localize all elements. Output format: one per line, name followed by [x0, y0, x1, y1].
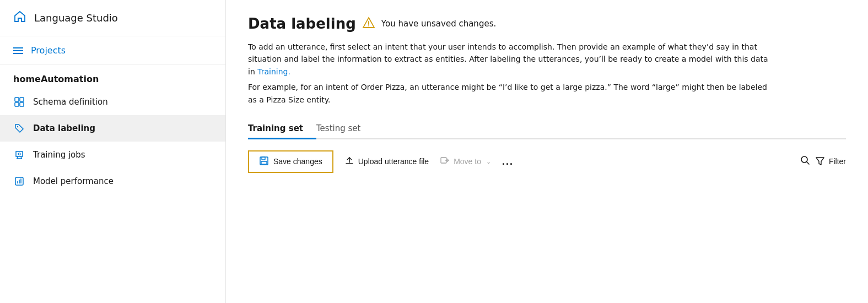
svg-rect-18: [261, 161, 267, 164]
save-changes-label: Save changes: [273, 157, 322, 166]
filter-label: Filter: [829, 157, 846, 166]
sidebar: Language Studio Projects homeAutomation …: [0, 0, 226, 303]
training-icon: [13, 149, 25, 160]
sidebar-item-training-jobs[interactable]: Training jobs: [0, 142, 225, 168]
home-icon: [13, 10, 26, 26]
svg-point-9: [18, 153, 20, 155]
move-to-button[interactable]: Move to ⌄: [440, 153, 491, 170]
save-icon: [259, 156, 269, 167]
sidebar-logo[interactable]: Language Studio: [0, 0, 225, 36]
sidebar-item-label: Training jobs: [33, 150, 85, 160]
page-title: Data labeling: [248, 15, 356, 32]
sidebar-item-label: Model performance: [33, 176, 114, 186]
chevron-down-icon: ⌄: [486, 158, 491, 165]
filter-icon: [815, 156, 825, 167]
toolbar: Save changes Upload utterance file: [248, 150, 846, 173]
label-icon: [13, 123, 25, 134]
svg-rect-2: [15, 102, 19, 106]
sidebar-nav: Schema definition Data labeling: [0, 89, 225, 194]
tab-training-set[interactable]: Training set: [248, 119, 316, 139]
sidebar-item-schema-definition[interactable]: Schema definition: [0, 89, 225, 115]
schema-icon: [13, 96, 25, 107]
page-header: Data labeling You have unsaved changes.: [248, 15, 846, 32]
move-to-label: Move to: [454, 157, 481, 166]
save-changes-button[interactable]: Save changes: [248, 150, 333, 173]
project-name: homeAutomation: [0, 65, 225, 89]
sidebar-item-label: Data labeling: [33, 123, 95, 133]
upload-icon: [344, 155, 354, 167]
sidebar-projects-item[interactable]: Projects: [0, 36, 225, 65]
more-button[interactable]: ...: [502, 154, 514, 170]
description-paragraph-2: For example, for an intent of Order Pizz…: [248, 81, 772, 106]
svg-point-15: [368, 25, 369, 26]
upload-label: Upload utterance file: [358, 157, 429, 166]
tabs-container: Training set Testing set: [248, 119, 846, 139]
svg-line-26: [806, 161, 809, 164]
training-link[interactable]: Training.: [257, 67, 290, 76]
sidebar-item-model-performance[interactable]: Model performance: [0, 168, 225, 194]
svg-rect-0: [15, 98, 19, 101]
unsaved-message: You have unsaved changes.: [381, 19, 496, 29]
search-button[interactable]: [800, 155, 811, 169]
warning-icon: [363, 17, 375, 31]
description-paragraph-1: To add an utterance, first select an int…: [248, 41, 772, 78]
sidebar-item-data-labeling[interactable]: Data labeling: [0, 115, 225, 142]
sidebar-item-label: Schema definition: [33, 97, 108, 107]
svg-marker-5: [16, 152, 23, 156]
main-content: Data labeling You have unsaved changes. …: [226, 0, 868, 303]
model-icon: [13, 176, 25, 187]
sidebar-logo-label: Language Studio: [34, 12, 118, 24]
svg-marker-27: [816, 158, 824, 165]
svg-rect-3: [20, 102, 24, 106]
upload-utterance-button[interactable]: Upload utterance file: [344, 153, 429, 170]
svg-point-4: [17, 126, 18, 127]
toolbar-search: Filter: [800, 154, 846, 170]
more-label: ...: [502, 156, 514, 167]
hamburger-icon: [13, 47, 23, 54]
tab-testing-set[interactable]: Testing set: [316, 119, 374, 139]
move-icon: [440, 155, 450, 167]
filter-button[interactable]: Filter: [815, 154, 846, 170]
svg-rect-1: [20, 98, 24, 101]
sidebar-projects-label: Projects: [31, 45, 66, 56]
